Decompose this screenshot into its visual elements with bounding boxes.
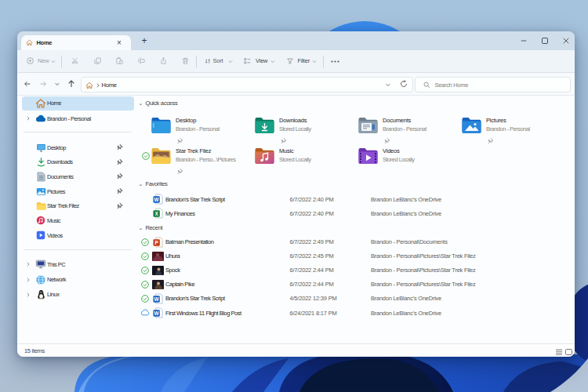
- svg-text:W: W: [154, 310, 160, 316]
- svg-text:W: W: [154, 197, 160, 202]
- svg-text:W: W: [154, 296, 160, 301]
- svg-text:X: X: [154, 211, 158, 216]
- svg-text:P: P: [154, 239, 158, 245]
